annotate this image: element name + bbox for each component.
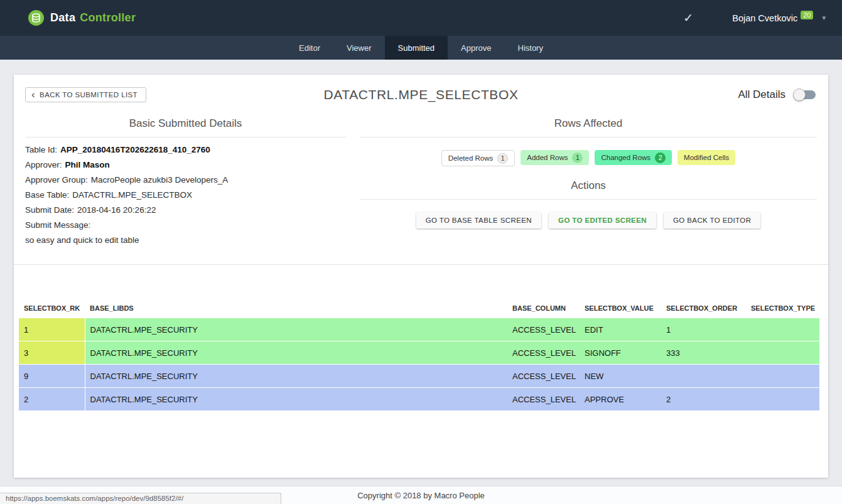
tab-editor[interactable]: Editor [286, 36, 333, 60]
grid-cell[interactable] [746, 318, 819, 341]
modified-cells-label: Modified Cells [684, 154, 729, 161]
tab-submitted[interactable]: Submitted [385, 36, 448, 60]
database-logo-icon [28, 9, 45, 26]
link-preview-url: https://apps.boemskats.com/apps/repo/dev… [6, 495, 183, 502]
toggle-thumb [793, 88, 806, 101]
tab-viewer[interactable]: Viewer [333, 36, 385, 60]
grid-cell[interactable] [746, 388, 819, 411]
grid-cell[interactable]: ACCESS_LEVEL [507, 365, 580, 388]
detail-approver-group: Approver Group:MacroPeople azukbi3 Devel… [25, 173, 346, 188]
browser-link-preview: https://apps.boemskats.com/apps/repo/dev… [0, 493, 281, 504]
copyright-text: Copyright © 2018 by Macro People [357, 491, 485, 500]
go-to-edited-screen-button[interactable]: GO TO EDITED SCREEN [549, 212, 656, 228]
detail-columns: Basic Submitted Details Table Id:APP_201… [25, 113, 817, 256]
back-to-submitted-list-button[interactable]: ‹ BACK TO SUBMITTED LIST [25, 87, 146, 102]
grid-cell[interactable]: NEW [580, 365, 661, 388]
detail-approver: Approver:Phil Mason [25, 158, 346, 173]
added-rows-label: Added Rows [527, 154, 568, 161]
divider [360, 137, 817, 137]
grid-cell[interactable]: ACCESS_LEVEL [507, 341, 580, 365]
chevron-left-icon: ‹ [31, 92, 35, 98]
detail-lines: Table Id:APP_20180416T202622618_410_2760… [25, 137, 346, 248]
grid-cell[interactable]: 333 [661, 341, 746, 365]
grid-cell[interactable]: 1 [19, 318, 85, 341]
main-content: ‹ BACK TO SUBMITTED LIST DATACTRL.MPE_SE… [0, 60, 842, 478]
grid-cell[interactable]: 9 [19, 365, 85, 388]
deleted-rows-count: 1 [497, 153, 508, 164]
user-badge: 20 [801, 11, 813, 19]
detail-submit-message: so easy and quick to edit table [25, 233, 346, 248]
logo-text-controller: Controller [80, 11, 136, 24]
grid-cell[interactable]: DATACTRL.MPE_SECURITY [85, 341, 507, 365]
all-details-control: All Details [738, 88, 817, 101]
added-rows-chip: Added Rows 1 [521, 150, 589, 165]
tab-history[interactable]: History [505, 36, 556, 60]
grid-cell[interactable]: 2 [19, 388, 85, 411]
grid-cell[interactable]: DATACTRL.MPE_SECURITY [85, 388, 507, 411]
topbar-right: ✓ Bojan Cvetkovic 20 ▾ [683, 11, 826, 25]
tab-approve[interactable]: Approve [448, 36, 504, 60]
grid-cell[interactable]: SIGNOFF [580, 341, 661, 365]
rows-affected-section: Rows Affected Deleted Rows 1 Added Rows … [360, 113, 817, 256]
grid-cell[interactable]: 1 [661, 318, 746, 341]
col-header-selectbox-type: SELECTBOX_TYPE [746, 298, 819, 318]
grid-cell[interactable]: EDIT [580, 318, 661, 341]
app-logo[interactable]: DataController [28, 9, 136, 26]
grid-cell[interactable]: DATACTRL.MPE_SECURITY [85, 365, 507, 388]
deleted-rows-label: Deleted Rows [448, 154, 494, 162]
all-details-label: All Details [738, 88, 785, 101]
col-header-base-column: BASE_COLUMN [507, 298, 580, 318]
grid-header-row: SELECTBOX_RK BASE_LIBDS BASE_COLUMN SELE… [19, 298, 819, 318]
grid-cell[interactable]: APPROVE [580, 388, 661, 411]
actions-row: GO TO BASE TABLE SCREEN GO TO EDITED SCR… [360, 212, 817, 228]
table-row: 2 DATACTRL.MPE_SECURITY ACCESS_LEVEL APP… [19, 388, 819, 411]
changed-rows-count: 2 [655, 153, 666, 163]
detail-submit-message-label: Submit Message: [25, 218, 346, 233]
top-header: DataController ✓ Bojan Cvetkovic 20 ▾ [0, 0, 842, 36]
added-rows-count: 1 [572, 153, 583, 163]
grid-cell[interactable]: ACCESS_LEVEL [507, 318, 580, 341]
go-to-base-table-screen-button[interactable]: GO TO BASE TABLE SCREEN [416, 212, 541, 228]
col-header-selectbox-rk: SELECTBOX_RK [19, 298, 85, 318]
detail-table-id: Table Id:APP_20180416T202622618_410_2760 [25, 142, 346, 158]
rows-affected-heading: Rows Affected [360, 113, 817, 137]
col-header-selectbox-value: SELECTBOX_VALUE [580, 298, 661, 318]
grid-cell[interactable] [746, 365, 819, 388]
card-toolbar: ‹ BACK TO SUBMITTED LIST DATACTRL.MPE_SE… [25, 83, 817, 107]
deleted-rows-chip: Deleted Rows 1 [441, 150, 515, 166]
grid-cell[interactable] [746, 341, 819, 365]
submitted-detail-card: ‹ BACK TO SUBMITTED LIST DATACTRL.MPE_SE… [14, 75, 828, 478]
main-nav: Editor Viewer Submitted Approve History [0, 36, 842, 60]
col-header-base-libds: BASE_LIBDS [85, 298, 507, 318]
basic-details-heading: Basic Submitted Details [25, 113, 346, 137]
user-name: Bojan Cvetkovic [732, 13, 797, 23]
changes-grid: SELECTBOX_RK BASE_LIBDS BASE_COLUMN SELE… [19, 298, 819, 411]
logo-text-data: Data [50, 11, 75, 24]
rows-affected-chips: Deleted Rows 1 Added Rows 1 Changed Rows… [360, 150, 817, 166]
detail-submit-date: Submit Date:2018-04-16 20:26:22 [25, 203, 346, 218]
grid-cell[interactable] [661, 365, 746, 388]
table-row: 9 DATACTRL.MPE_SECURITY ACCESS_LEVEL NEW [19, 365, 819, 388]
back-button-label: BACK TO SUBMITTED LIST [40, 91, 138, 99]
grid-cell[interactable]: 2 [661, 388, 746, 411]
logo-text: DataController [50, 11, 136, 24]
check-icon[interactable]: ✓ [683, 11, 693, 25]
actions-heading: Actions [360, 175, 817, 199]
all-details-toggle[interactable] [793, 88, 817, 101]
card-divider [14, 264, 828, 265]
grid-cell[interactable]: DATACTRL.MPE_SECURITY [85, 318, 507, 341]
detail-base-table: Base Table:DATACTRL.MPE_SELECTBOX [25, 188, 346, 203]
user-menu[interactable]: Bojan Cvetkovic 20 ▾ [732, 13, 826, 23]
divider [360, 199, 817, 200]
page-title: DATACTRL.MPE_SELECTBOX [324, 87, 519, 102]
chevron-down-icon: ▾ [822, 14, 826, 22]
basic-submitted-details-section: Basic Submitted Details Table Id:APP_201… [25, 113, 346, 256]
modified-cells-chip: Modified Cells [677, 150, 735, 165]
table-row: 1 DATACTRL.MPE_SECURITY ACCESS_LEVEL EDI… [19, 318, 819, 341]
go-back-to-editor-button[interactable]: GO BACK TO EDITOR [664, 212, 760, 228]
changed-rows-label: Changed Rows [601, 154, 650, 161]
grid-cell[interactable]: 3 [19, 341, 85, 365]
table-row: 3 DATACTRL.MPE_SECURITY ACCESS_LEVEL SIG… [19, 341, 819, 365]
changed-rows-chip: Changed Rows 2 [595, 150, 672, 165]
grid-cell[interactable]: ACCESS_LEVEL [507, 388, 580, 411]
